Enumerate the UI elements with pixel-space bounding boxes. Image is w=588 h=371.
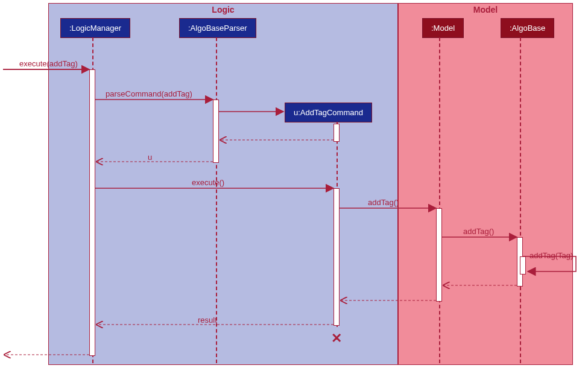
activation-algobase-parser bbox=[213, 100, 219, 163]
activation-addtag-command-2 bbox=[334, 188, 340, 326]
destroy-icon: ✕ bbox=[331, 331, 342, 346]
participant-algobase-parser: :AlgoBaseParser bbox=[179, 18, 256, 38]
participant-model: :Model bbox=[422, 18, 464, 38]
msg-execute1: execute(addTag) bbox=[19, 59, 78, 68]
msg-addtag2: addTag() bbox=[463, 227, 494, 236]
msg-addtag1: addTag() bbox=[368, 198, 399, 207]
lifeline-model bbox=[439, 37, 440, 363]
lifeline-algobase bbox=[520, 37, 521, 363]
msg-return-u: u bbox=[148, 153, 152, 162]
activation-model bbox=[436, 208, 442, 302]
activation-algobase-self bbox=[520, 256, 526, 274]
model-frame-title: Model bbox=[473, 5, 498, 14]
participant-algobase: :AlgoBase bbox=[501, 18, 554, 38]
model-frame: Model bbox=[398, 3, 573, 365]
activation-logic-manager bbox=[89, 69, 95, 356]
participant-logic-manager: :LogicManager bbox=[60, 18, 130, 38]
activation-addtag-command-1 bbox=[334, 124, 340, 142]
lifeline-algobase-parser bbox=[216, 37, 217, 363]
msg-execute2: execute() bbox=[192, 178, 224, 187]
msg-addtag3: addTag(Tag) bbox=[530, 251, 573, 260]
participant-addtag-command: u:AddTagCommand bbox=[285, 103, 372, 122]
msg-parse-command: parseCommand(addTag) bbox=[106, 89, 192, 98]
logic-frame-title: Logic bbox=[212, 5, 234, 14]
msg-result: result bbox=[198, 316, 217, 325]
